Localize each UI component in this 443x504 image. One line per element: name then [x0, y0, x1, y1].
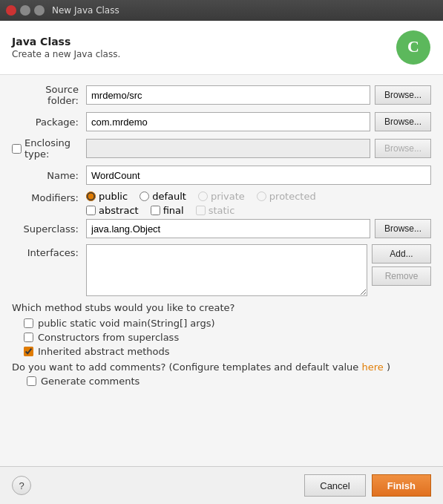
modifiers-radio-group: public default private protected	[86, 191, 431, 202]
generate-comments-label: Generate comments	[41, 376, 140, 387]
enclosing-type-input[interactable]	[86, 139, 370, 158]
package-input[interactable]	[86, 112, 370, 131]
stub-inherited-checkbox[interactable]	[24, 347, 33, 356]
package-browse-button[interactable]: Browse...	[375, 112, 431, 131]
stub-constructors-checkbox[interactable]	[24, 333, 33, 342]
footer-buttons: Cancel Finish	[304, 474, 431, 497]
interfaces-buttons: Add... Remove	[372, 244, 431, 286]
source-folder-input[interactable]	[86, 85, 370, 105]
modifier-final: final	[151, 205, 184, 216]
comments-here-link[interactable]: here	[361, 361, 383, 373]
cancel-button[interactable]: Cancel	[304, 474, 365, 497]
name-row: Name:	[12, 166, 431, 185]
enclosing-type-group: Browse...	[86, 139, 431, 158]
minimize-button[interactable]	[20, 5, 30, 16]
interfaces-row: Interfaces: Add... Remove	[12, 244, 431, 296]
generate-comments-row: Generate comments	[12, 376, 431, 387]
dialog-content: Source folder: Browse... Package: Browse…	[0, 75, 443, 466]
interfaces-content: Add... Remove	[86, 244, 431, 296]
header-text: Java Class Create a new Java class.	[12, 36, 120, 59]
interfaces-textarea[interactable]	[86, 244, 367, 296]
finish-button[interactable]: Finish	[372, 474, 431, 497]
interfaces-label: Interfaces:	[12, 244, 86, 258]
modifier-final-label: final	[163, 205, 184, 216]
modifier-final-checkbox[interactable]	[151, 206, 160, 215]
modifier-protected: protected	[257, 191, 316, 202]
modifier-protected-label: protected	[269, 191, 316, 202]
modifier-static-label: static	[209, 205, 235, 216]
comments-question-text: Do you want to add comments? (Configure …	[12, 361, 358, 373]
modifier-abstract-checkbox[interactable]	[86, 206, 96, 215]
stub-inherited-label: Inherited abstract methods	[38, 346, 170, 357]
svg-text:C: C	[407, 37, 419, 56]
modifier-abstract: abstract	[86, 205, 139, 216]
name-input[interactable]	[86, 166, 431, 185]
superclass-label: Superclass:	[12, 223, 86, 235]
modifier-abstract-label: abstract	[99, 205, 139, 216]
comments-question: Do you want to add comments? (Configure …	[12, 361, 431, 373]
dialog-footer: ? Cancel Finish	[0, 466, 443, 504]
modifier-static-checkbox[interactable]	[196, 206, 206, 215]
source-folder-row: Source folder: Browse...	[12, 84, 431, 106]
stub-constructors-label: Constructors from superclass	[38, 332, 179, 343]
package-label: Package:	[12, 117, 86, 128]
dialog-body: Java Class Create a new Java class. C So…	[0, 21, 443, 504]
window-controls[interactable]	[6, 5, 45, 16]
header-subtitle: Create a new Java class.	[12, 49, 120, 59]
package-group: Browse...	[86, 112, 431, 131]
superclass-row: Superclass: Browse...	[12, 219, 431, 238]
name-label: Name:	[12, 170, 86, 181]
comments-section: Do you want to add comments? (Configure …	[12, 361, 431, 387]
stubs-section: public static void main(String[] args) C…	[12, 318, 431, 357]
enclosing-type-browse-button[interactable]: Browse...	[375, 139, 431, 158]
modifier-static: static	[196, 205, 235, 216]
package-row: Package: Browse...	[12, 112, 431, 131]
stub-main-checkbox[interactable]	[24, 318, 33, 328]
enclosing-type-label: Enclosing type:	[24, 137, 79, 160]
modifiers-checkbox-group: abstract final static	[86, 205, 431, 216]
modifier-public: public	[86, 191, 128, 202]
maximize-button[interactable]	[34, 5, 45, 16]
stub-main-method: public static void main(String[] args)	[24, 318, 431, 329]
method-stubs-title: Which method stubs would you like to cre…	[12, 302, 431, 313]
superclass-input[interactable]	[86, 219, 370, 238]
modifier-private-radio[interactable]	[198, 192, 208, 201]
java-icon: C	[396, 30, 431, 65]
modifier-private-label: private	[211, 191, 245, 202]
source-folder-browse-button[interactable]: Browse...	[375, 85, 431, 105]
modifiers-row: Modifiers: public default private	[12, 191, 431, 216]
modifier-default-radio[interactable]	[140, 192, 149, 201]
stub-inherited: Inherited abstract methods	[24, 346, 431, 357]
modifier-default-label: default	[152, 191, 186, 202]
modifier-protected-radio[interactable]	[257, 192, 266, 201]
window-title: New Java Class	[52, 5, 119, 16]
source-folder-label: Source folder:	[12, 84, 86, 106]
modifiers-label: Modifiers:	[12, 191, 86, 203]
dialog-header: Java Class Create a new Java class. C	[0, 21, 443, 75]
title-bar: New Java Class	[0, 0, 443, 21]
superclass-browse-button[interactable]: Browse...	[375, 219, 431, 238]
enclosing-type-row: Enclosing type: Browse...	[12, 137, 431, 160]
comments-question-end: )	[387, 361, 390, 373]
stub-main-label: public static void main(String[] args)	[38, 318, 215, 329]
stub-constructors: Constructors from superclass	[24, 332, 431, 343]
modifier-public-label: public	[99, 191, 128, 202]
header-title: Java Class	[12, 36, 120, 48]
generate-comments-checkbox[interactable]	[27, 376, 36, 386]
interfaces-add-button[interactable]: Add...	[372, 244, 431, 264]
enclosing-type-checkbox[interactable]	[12, 144, 22, 154]
close-button[interactable]	[6, 5, 16, 16]
name-group	[86, 166, 431, 185]
modifier-public-radio[interactable]	[86, 192, 96, 201]
enclosing-label-group: Enclosing type:	[12, 137, 86, 160]
help-button[interactable]: ?	[12, 476, 31, 495]
modifiers-content: public default private protected	[86, 191, 431, 216]
source-folder-group: Browse...	[86, 85, 431, 105]
superclass-group: Browse...	[86, 219, 431, 238]
modifier-default: default	[140, 191, 186, 202]
modifier-private: private	[198, 191, 245, 202]
interfaces-remove-button[interactable]: Remove	[372, 266, 431, 286]
